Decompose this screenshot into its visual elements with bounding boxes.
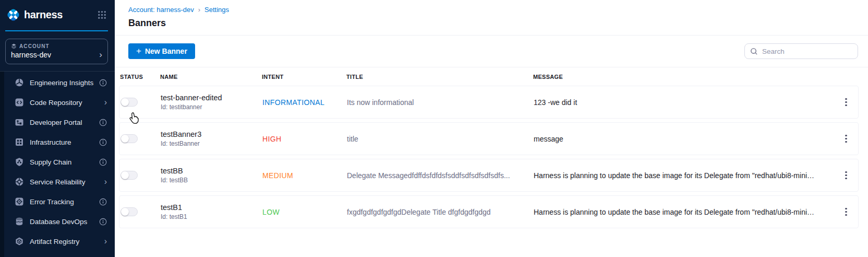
breadcrumb-settings-link[interactable]: Settings [204,6,229,14]
sidebar-item-code-repository[interactable]: Code Repository › [0,92,115,112]
banner-id: Id: testBanner [161,140,262,147]
engineering-insights-icon [15,78,24,87]
status-toggle[interactable] [120,134,138,143]
column-header-title: TITLE [346,74,533,80]
service-reliability-icon [15,177,24,186]
info-icon [99,158,107,166]
column-header-actions [834,74,859,80]
harness-logo-icon [6,8,20,22]
info-icon [99,198,107,206]
sidebar-item-artifact-registry[interactable]: Artifact Registry › [0,231,115,251]
name-cell: testBB Id: testBB [161,167,262,184]
page-header: Account: harness-dev › Settings Banners [115,0,868,36]
banner-title: Delegate Messagedfdffdsfdfdsfsddfsdfsdfs… [347,171,534,180]
breadcrumb: Account: harness-dev › Settings [128,6,854,14]
name-cell: test-banner-edited Id: testitbanner [161,94,262,111]
status-cell [119,207,161,216]
banner-table: test-banner-edited Id: testitbanner INFO… [119,86,859,232]
new-banner-label: New Banner [145,47,187,55]
account-selector[interactable]: ACCOUNT harness-dev › [5,39,108,64]
banner-id: Id: testitbanner [161,103,262,111]
chevron-right-icon: › [104,178,107,185]
sidebar-item-label: Artifact Registry [30,238,79,246]
code-repository-icon [15,98,24,107]
sidebar: harness ACCOUNT [0,0,115,257]
info-icon [99,119,107,126]
logo-underline [5,30,108,31]
sidebar-item-label: Supply Chain [30,158,71,166]
infrastructure-icon [15,137,24,147]
column-header-message: MESSAGE [533,74,834,80]
banner-name: testB1 [161,203,262,212]
banner-name: test-banner-edited [161,94,262,102]
table-header: STATUS NAME INTENT TITLE MESSAGE [119,67,859,85]
column-header-name: NAME [160,74,262,80]
banner-name: testBanner3 [161,130,262,138]
row-menu-button[interactable] [834,131,858,147]
search-icon [750,48,758,55]
status-cell [119,98,161,107]
sidebar-item-label: Engineering Insights [30,79,93,87]
banner-message: Harness is planning to update the base i… [534,208,833,216]
name-cell: testB1 Id: testB1 [161,203,262,220]
chevron-right-icon: › [104,238,107,245]
supply-chain-icon [15,157,24,167]
sidebar-item-database-devops[interactable]: Database DevOps [0,212,115,231]
banner-id: Id: testB1 [161,213,262,220]
table-row[interactable]: test-banner-edited Id: testitbanner INFO… [119,86,859,119]
sidebar-item-developer-portal[interactable]: Developer Portal [0,112,115,132]
row-menu-button[interactable] [834,168,858,183]
column-header-intent: INTENT [262,74,346,80]
banner-name: testBB [161,167,262,175]
search-input[interactable] [762,48,852,55]
intent-badge: INFORMATIONAL [262,98,347,107]
account-label: ACCOUNT [19,43,50,49]
status-toggle[interactable] [120,171,138,180]
row-menu-button[interactable] [834,204,858,220]
intent-badge: HIGH [262,135,347,143]
status-toggle[interactable] [120,207,138,216]
banner-message: 123 -we did it [534,98,833,107]
sidebar-item-error-tracking[interactable]: Error Tracking [0,192,115,212]
banner-title: Its now informational [347,98,534,107]
sidebar-item-supply-chain[interactable]: Supply Chain [0,152,115,172]
account-name: harness-dev [11,51,51,59]
app-grid-icon[interactable] [98,10,106,19]
account-icon [11,43,17,49]
sidebar-item-label: Developer Portal [30,119,82,126]
intent-badge: LOW [262,208,347,216]
sidebar-item-label: Code Repository [30,99,82,107]
banner-id: Id: testBB [161,177,262,184]
row-menu-button[interactable] [834,95,858,110]
sidebar-item-service-reliability[interactable]: Service Reliability › [0,172,115,192]
banner-message: Harness is planning to update the base i… [534,171,833,180]
sidebar-item-infrastructure[interactable]: Infrastructure [0,132,115,152]
chevron-right-icon: › [104,99,107,106]
info-icon [99,138,107,146]
column-header-status: STATUS [119,74,160,80]
chevron-right-icon: › [99,52,102,58]
status-cell [119,171,161,180]
banner-title: fxgdfgdfgdfgdfgdDelegate Title dfgfdgdfg… [347,208,534,216]
table-row[interactable]: testBanner3 Id: testBanner HIGH title me… [119,122,859,155]
plus-icon: + [136,46,141,55]
table-row[interactable]: testBB Id: testBB MEDIUM Delegate Messag… [119,159,859,192]
database-devops-icon [15,217,24,226]
status-toggle[interactable] [120,98,138,107]
sidebar-item-label: Infrastructure [30,138,71,146]
sidebar-item-engineering-insights[interactable]: Engineering Insights [0,73,115,92]
page-title: Banners [128,18,854,29]
banner-message: message [534,135,833,143]
breadcrumb-account-link[interactable]: Account: harness-dev [128,6,194,14]
info-icon [99,79,107,87]
info-icon [99,218,107,226]
error-tracking-icon [15,197,24,206]
sidebar-item-label: Service Reliability [30,178,86,186]
new-banner-button[interactable]: + New Banner [128,43,195,59]
app-window: harness ACCOUNT [0,0,868,257]
intent-badge: MEDIUM [262,171,347,180]
breadcrumb-separator-icon: › [198,6,200,14]
search-box [744,43,858,59]
main-content: Account: harness-dev › Settings Banners … [115,0,868,257]
table-row[interactable]: testB1 Id: testB1 LOW fxgdfgdfgdfgdfgdDe… [119,195,859,228]
